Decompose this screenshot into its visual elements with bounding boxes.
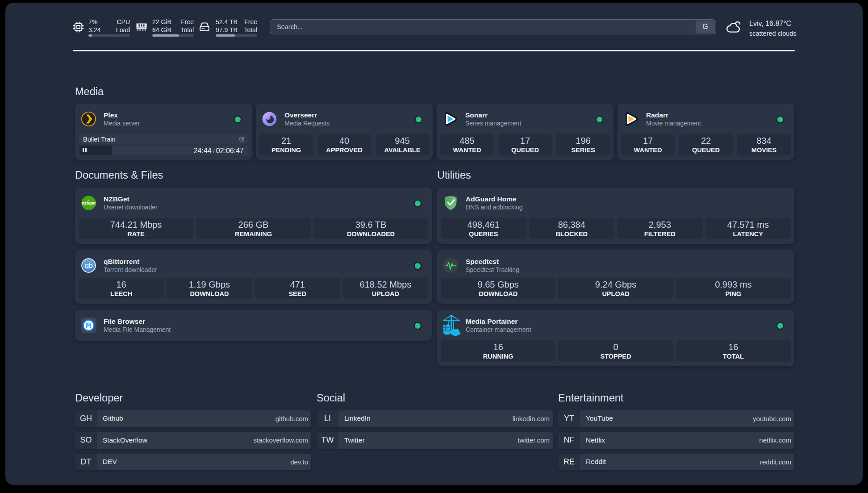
svg-text:nzbget: nzbget <box>82 201 96 205</box>
svg-text:qb: qb <box>85 261 93 270</box>
